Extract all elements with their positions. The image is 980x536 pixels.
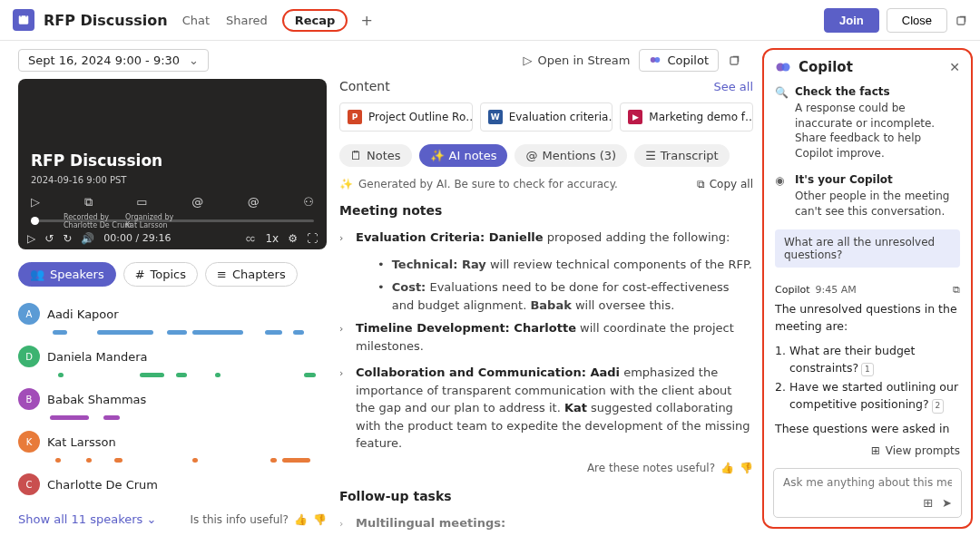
speaker-row[interactable]: C Charlotte De Crum: [18, 468, 327, 501]
chip-topics[interactable]: # Topics: [123, 262, 198, 287]
join-button[interactable]: Join: [824, 8, 879, 33]
transcript-icon: ☰: [645, 149, 656, 162]
notes-useful-label: Are these notes useful?: [587, 462, 715, 474]
user-prompt-chip[interactable]: What are all the unresolved questions?: [775, 229, 960, 268]
show-all-speakers-link[interactable]: Show all 11 speakers ⌄: [18, 512, 156, 526]
speakers-list: A Aadi KapoorD Daniela ManderaB Babak Sh…: [18, 297, 327, 505]
window-icon[interactable]: ▭: [136, 195, 147, 210]
at-icon: @: [525, 149, 537, 162]
note-item[interactable]: › Timeline Development: Charlotte will c…: [339, 319, 753, 355]
tab-ai-notes[interactable]: ✨AI notes: [419, 144, 508, 167]
hash-icon: #: [135, 268, 145, 281]
cc-icon[interactable]: ㏄: [245, 230, 256, 246]
note-bullet: Technical: Ray will review technical com…: [377, 256, 753, 274]
tab-notes[interactable]: 🗒Notes: [339, 144, 412, 167]
people-icon[interactable]: ⚇: [303, 195, 314, 210]
speaker-name: Babak Shammas: [47, 393, 146, 406]
meeting-notes-heading: Meeting notes: [339, 203, 753, 218]
speaker-name: Aadi Kapoor: [47, 307, 119, 321]
speaker-row[interactable]: A Aadi Kapoor: [18, 297, 327, 330]
tab-recap[interactable]: Recap: [282, 9, 348, 32]
speaker-timeline[interactable]: [47, 501, 327, 505]
speaker-row[interactable]: D Daniela Mandera: [18, 340, 327, 373]
open-in-stream-link[interactable]: ▷ Open in Stream: [524, 54, 631, 67]
left-column: RFP Discussion 2024-09-16 9:00 PST ▷ ⧉ ▭…: [18, 79, 327, 536]
chip-speakers[interactable]: 👥 Speakers: [18, 262, 116, 287]
rewind-icon[interactable]: ↺: [44, 232, 54, 245]
note-icon: 🗒: [350, 149, 362, 162]
file-name: Marketing demo f…: [649, 111, 753, 123]
middle-column: Content See all PProject Outline Ro…WEva…: [339, 79, 762, 536]
at-icon-2[interactable]: @: [248, 195, 260, 210]
citation-badge[interactable]: 2: [932, 399, 945, 414]
see-all-link[interactable]: See all: [713, 80, 753, 93]
close-button[interactable]: Close: [887, 8, 947, 33]
tab-chat[interactable]: Chat: [181, 10, 211, 31]
speaker-timeline[interactable]: [47, 458, 327, 463]
elapsed-time: 00:00 / 29:16: [103, 232, 171, 244]
volume-icon[interactable]: 🔊: [81, 232, 94, 245]
send-icon[interactable]: ➤: [942, 496, 952, 510]
citation-badge[interactable]: 1: [861, 363, 874, 377]
svg-rect-0: [19, 15, 29, 24]
date-picker[interactable]: Sept 16, 2024 9:00 - 9:30 ⌄: [18, 49, 209, 72]
page-title: RFP Discussion: [44, 12, 168, 29]
tab-mentions[interactable]: @Mentions (3): [514, 144, 627, 167]
speaker-timeline[interactable]: [47, 330, 327, 335]
svg-rect-3: [957, 17, 965, 24]
popout-icon-2[interactable]: [728, 53, 740, 67]
stream-icon: ▶: [628, 110, 642, 124]
view-prompts-button[interactable]: ⊞ View prompts: [764, 435, 971, 463]
play-icon[interactable]: ▷: [27, 232, 35, 245]
copilot-panel: Copilot ✕ 🔍 Check the factsA response co…: [762, 48, 973, 529]
at-icon-1[interactable]: @: [191, 195, 203, 210]
clip-icon[interactable]: ▷: [31, 195, 40, 210]
avatar: B: [18, 388, 40, 410]
note-item[interactable]: › Collaboration and Communication: Aadi …: [339, 364, 753, 453]
note-item[interactable]: › Multilingual meetings:: [339, 514, 753, 532]
add-tab-button[interactable]: +: [360, 12, 372, 29]
thumbs-up-icon[interactable]: 👍: [720, 462, 734, 474]
thumbs-down-icon[interactable]: 👎: [740, 462, 753, 474]
close-icon[interactable]: ✕: [949, 60, 960, 74]
note-item[interactable]: › Evaluation Criteria: Danielle proposed…: [339, 229, 753, 247]
file-attachment[interactable]: PProject Outline Ro…: [339, 102, 473, 132]
chevron-right-icon: ›: [339, 517, 348, 532]
copilot-input-box[interactable]: ⊞ ➤: [773, 468, 962, 518]
avatar: A: [18, 303, 40, 325]
copilot-toggle[interactable]: Copilot: [639, 49, 719, 72]
file-attachment[interactable]: WEvaluation criteria…: [480, 102, 613, 132]
chevron-right-icon: ›: [339, 366, 348, 453]
tab-shared[interactable]: Shared: [224, 10, 270, 31]
header: RFP Discussion Chat Shared Recap + Join …: [0, 0, 980, 41]
speaker-row[interactable]: B Babak Shammas: [18, 383, 327, 415]
speaker-timeline[interactable]: [47, 373, 327, 377]
apps-icon[interactable]: ⊞: [923, 496, 933, 510]
speed-label[interactable]: 1x: [265, 232, 279, 245]
record-icon[interactable]: ⧉: [84, 195, 93, 210]
fullscreen-icon[interactable]: ⛶: [307, 232, 318, 245]
chip-chapters[interactable]: ≡ Chapters: [205, 262, 298, 287]
tab-transcript[interactable]: ☰Transcript: [634, 144, 729, 167]
speaker-row[interactable]: K Kat Larsson: [18, 425, 327, 458]
settings-icon[interactable]: ⚙: [288, 232, 298, 245]
file-name: Evaluation criteria…: [509, 111, 613, 123]
copy-all-button[interactable]: ⧉ Copy all: [697, 178, 753, 190]
copilot-input[interactable]: [783, 476, 952, 489]
video-player[interactable]: RFP Discussion 2024-09-16 9:00 PST ▷ ⧉ ▭…: [18, 79, 327, 249]
popout-icon[interactable]: [955, 13, 967, 27]
thumbs-up-icon[interactable]: 👍: [294, 513, 308, 526]
search-icon: 🔍: [775, 85, 788, 161]
file-attachment[interactable]: ▶Marketing demo f…: [620, 102, 753, 132]
forward-icon[interactable]: ↻: [63, 232, 72, 245]
sparkle-icon: ✨: [339, 178, 353, 190]
svg-rect-6: [730, 57, 738, 64]
info-useful-label: Is this info useful?: [191, 513, 289, 526]
svg-rect-2: [25, 15, 26, 16]
speaker-timeline[interactable]: [47, 415, 327, 420]
thumbs-down-icon[interactable]: 👎: [313, 513, 327, 526]
copilot-title: Copilot: [799, 59, 853, 75]
copy-icon[interactable]: ⧉: [953, 284, 960, 296]
sparkle-icon: ✨: [430, 149, 445, 162]
grid-icon: ⊞: [871, 444, 880, 457]
